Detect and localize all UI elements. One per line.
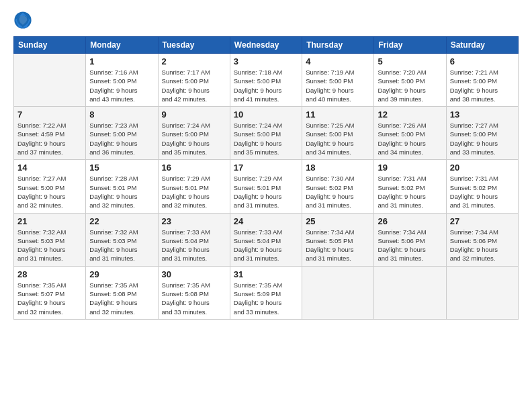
day-info: Sunrise: 7:27 AM Sunset: 5:00 PM Dayligh… bbox=[450, 121, 515, 156]
day-info: Sunrise: 7:34 AM Sunset: 5:06 PM Dayligh… bbox=[378, 228, 442, 263]
calendar-cell bbox=[446, 266, 518, 319]
day-number: 23 bbox=[162, 216, 226, 226]
calendar-cell bbox=[302, 266, 374, 319]
calendar-cell: 10Sunrise: 7:24 AM Sunset: 5:00 PM Dayli… bbox=[230, 107, 302, 160]
calendar-cell: 31Sunrise: 7:35 AM Sunset: 5:09 PM Dayli… bbox=[230, 266, 302, 319]
day-info: Sunrise: 7:17 AM Sunset: 5:00 PM Dayligh… bbox=[162, 68, 226, 103]
day-info: Sunrise: 7:26 AM Sunset: 5:00 PM Dayligh… bbox=[378, 121, 442, 156]
day-info: Sunrise: 7:32 AM Sunset: 5:03 PM Dayligh… bbox=[17, 228, 82, 263]
calendar-week-5: 28Sunrise: 7:35 AM Sunset: 5:07 PM Dayli… bbox=[14, 266, 519, 319]
day-number: 14 bbox=[17, 163, 82, 173]
day-info: Sunrise: 7:22 AM Sunset: 4:59 PM Dayligh… bbox=[17, 121, 82, 156]
day-number: 12 bbox=[378, 109, 442, 120]
day-number: 1 bbox=[89, 56, 154, 66]
day-number: 5 bbox=[378, 56, 442, 66]
calendar-cell: 26Sunrise: 7:34 AM Sunset: 5:06 PM Dayli… bbox=[374, 213, 446, 266]
day-info: Sunrise: 7:19 AM Sunset: 5:00 PM Dayligh… bbox=[306, 68, 370, 103]
day-number: 28 bbox=[17, 269, 82, 279]
day-number: 21 bbox=[17, 216, 82, 226]
day-info: Sunrise: 7:24 AM Sunset: 5:00 PM Dayligh… bbox=[234, 121, 298, 156]
day-number: 8 bbox=[89, 109, 154, 120]
day-number: 18 bbox=[306, 163, 370, 173]
header bbox=[13, 11, 519, 30]
day-number: 6 bbox=[450, 56, 515, 66]
calendar-cell: 30Sunrise: 7:35 AM Sunset: 5:08 PM Dayli… bbox=[158, 266, 230, 319]
calendar-cell: 11Sunrise: 7:25 AM Sunset: 5:00 PM Dayli… bbox=[302, 107, 374, 160]
weekday-header-saturday: Saturday bbox=[446, 37, 518, 54]
logo-icon bbox=[13, 11, 32, 30]
day-number: 7 bbox=[17, 109, 82, 120]
calendar-cell: 15Sunrise: 7:28 AM Sunset: 5:01 PM Dayli… bbox=[86, 160, 158, 213]
day-info: Sunrise: 7:23 AM Sunset: 5:00 PM Dayligh… bbox=[89, 121, 154, 156]
calendar-cell: 7Sunrise: 7:22 AM Sunset: 4:59 PM Daylig… bbox=[14, 107, 86, 160]
day-info: Sunrise: 7:33 AM Sunset: 5:04 PM Dayligh… bbox=[234, 228, 298, 263]
calendar-cell: 1Sunrise: 7:16 AM Sunset: 5:00 PM Daylig… bbox=[86, 54, 158, 107]
calendar-cell: 17Sunrise: 7:29 AM Sunset: 5:01 PM Dayli… bbox=[230, 160, 302, 213]
day-number: 29 bbox=[89, 269, 154, 279]
calendar-cell: 6Sunrise: 7:21 AM Sunset: 5:00 PM Daylig… bbox=[446, 54, 518, 107]
calendar-week-2: 7Sunrise: 7:22 AM Sunset: 4:59 PM Daylig… bbox=[14, 107, 519, 160]
calendar-cell: 5Sunrise: 7:20 AM Sunset: 5:00 PM Daylig… bbox=[374, 54, 446, 107]
day-info: Sunrise: 7:35 AM Sunset: 5:07 PM Dayligh… bbox=[17, 281, 82, 316]
day-info: Sunrise: 7:27 AM Sunset: 5:00 PM Dayligh… bbox=[17, 174, 82, 210]
day-info: Sunrise: 7:35 AM Sunset: 5:08 PM Dayligh… bbox=[89, 281, 154, 316]
day-number: 22 bbox=[89, 216, 154, 226]
day-number: 17 bbox=[234, 163, 298, 173]
calendar-cell bbox=[374, 266, 446, 319]
logo bbox=[13, 11, 35, 30]
day-info: Sunrise: 7:20 AM Sunset: 5:00 PM Dayligh… bbox=[378, 68, 442, 103]
day-number: 25 bbox=[306, 216, 370, 226]
calendar-cell: 22Sunrise: 7:32 AM Sunset: 5:03 PM Dayli… bbox=[86, 213, 158, 266]
day-info: Sunrise: 7:16 AM Sunset: 5:00 PM Dayligh… bbox=[89, 68, 154, 103]
day-info: Sunrise: 7:34 AM Sunset: 5:06 PM Dayligh… bbox=[450, 228, 515, 263]
calendar-cell: 18Sunrise: 7:30 AM Sunset: 5:02 PM Dayli… bbox=[302, 160, 374, 213]
day-info: Sunrise: 7:29 AM Sunset: 5:01 PM Dayligh… bbox=[162, 174, 226, 210]
weekday-header-thursday: Thursday bbox=[302, 37, 374, 54]
calendar-cell: 4Sunrise: 7:19 AM Sunset: 5:00 PM Daylig… bbox=[302, 54, 374, 107]
weekday-header-tuesday: Tuesday bbox=[158, 37, 230, 54]
calendar-week-1: 1Sunrise: 7:16 AM Sunset: 5:00 PM Daylig… bbox=[14, 54, 519, 107]
day-info: Sunrise: 7:35 AM Sunset: 5:09 PM Dayligh… bbox=[234, 281, 298, 316]
day-number: 2 bbox=[162, 56, 226, 66]
weekday-header-wednesday: Wednesday bbox=[230, 37, 302, 54]
weekday-header-sunday: Sunday bbox=[14, 37, 86, 54]
day-info: Sunrise: 7:29 AM Sunset: 5:01 PM Dayligh… bbox=[234, 174, 298, 210]
calendar-cell bbox=[14, 54, 86, 107]
calendar-cell: 23Sunrise: 7:33 AM Sunset: 5:04 PM Dayli… bbox=[158, 213, 230, 266]
day-info: Sunrise: 7:21 AM Sunset: 5:00 PM Dayligh… bbox=[450, 68, 515, 103]
day-number: 27 bbox=[450, 216, 515, 226]
day-number: 20 bbox=[450, 163, 515, 173]
calendar-cell: 9Sunrise: 7:24 AM Sunset: 5:00 PM Daylig… bbox=[158, 107, 230, 160]
calendar-cell: 14Sunrise: 7:27 AM Sunset: 5:00 PM Dayli… bbox=[14, 160, 86, 213]
calendar-cell: 21Sunrise: 7:32 AM Sunset: 5:03 PM Dayli… bbox=[14, 213, 86, 266]
day-info: Sunrise: 7:33 AM Sunset: 5:04 PM Dayligh… bbox=[162, 228, 226, 263]
calendar-cell: 3Sunrise: 7:18 AM Sunset: 5:00 PM Daylig… bbox=[230, 54, 302, 107]
calendar-cell: 27Sunrise: 7:34 AM Sunset: 5:06 PM Dayli… bbox=[446, 213, 518, 266]
calendar-cell: 8Sunrise: 7:23 AM Sunset: 5:00 PM Daylig… bbox=[86, 107, 158, 160]
day-info: Sunrise: 7:18 AM Sunset: 5:00 PM Dayligh… bbox=[234, 68, 298, 103]
calendar-cell: 24Sunrise: 7:33 AM Sunset: 5:04 PM Dayli… bbox=[230, 213, 302, 266]
day-number: 9 bbox=[162, 109, 226, 120]
calendar-cell: 12Sunrise: 7:26 AM Sunset: 5:00 PM Dayli… bbox=[374, 107, 446, 160]
day-number: 31 bbox=[234, 269, 298, 279]
page: SundayMondayTuesdayWednesdayThursdayFrid… bbox=[0, 0, 532, 411]
day-number: 26 bbox=[378, 216, 442, 226]
day-number: 13 bbox=[450, 109, 515, 120]
weekday-header-row: SundayMondayTuesdayWednesdayThursdayFrid… bbox=[14, 37, 519, 54]
calendar-cell: 25Sunrise: 7:34 AM Sunset: 5:05 PM Dayli… bbox=[302, 213, 374, 266]
day-number: 24 bbox=[234, 216, 298, 226]
day-info: Sunrise: 7:28 AM Sunset: 5:01 PM Dayligh… bbox=[89, 174, 154, 210]
calendar-cell: 13Sunrise: 7:27 AM Sunset: 5:00 PM Dayli… bbox=[446, 107, 518, 160]
day-info: Sunrise: 7:31 AM Sunset: 5:02 PM Dayligh… bbox=[450, 174, 515, 210]
day-number: 15 bbox=[89, 163, 154, 173]
day-info: Sunrise: 7:30 AM Sunset: 5:02 PM Dayligh… bbox=[306, 174, 370, 210]
day-info: Sunrise: 7:32 AM Sunset: 5:03 PM Dayligh… bbox=[89, 228, 154, 263]
calendar-cell: 2Sunrise: 7:17 AM Sunset: 5:00 PM Daylig… bbox=[158, 54, 230, 107]
day-number: 19 bbox=[378, 163, 442, 173]
day-number: 11 bbox=[306, 109, 370, 120]
day-number: 16 bbox=[162, 163, 226, 173]
day-info: Sunrise: 7:25 AM Sunset: 5:00 PM Dayligh… bbox=[306, 121, 370, 156]
calendar-table: SundayMondayTuesdayWednesdayThursdayFrid… bbox=[13, 36, 519, 320]
day-number: 4 bbox=[306, 56, 370, 66]
calendar-week-3: 14Sunrise: 7:27 AM Sunset: 5:00 PM Dayli… bbox=[14, 160, 519, 213]
